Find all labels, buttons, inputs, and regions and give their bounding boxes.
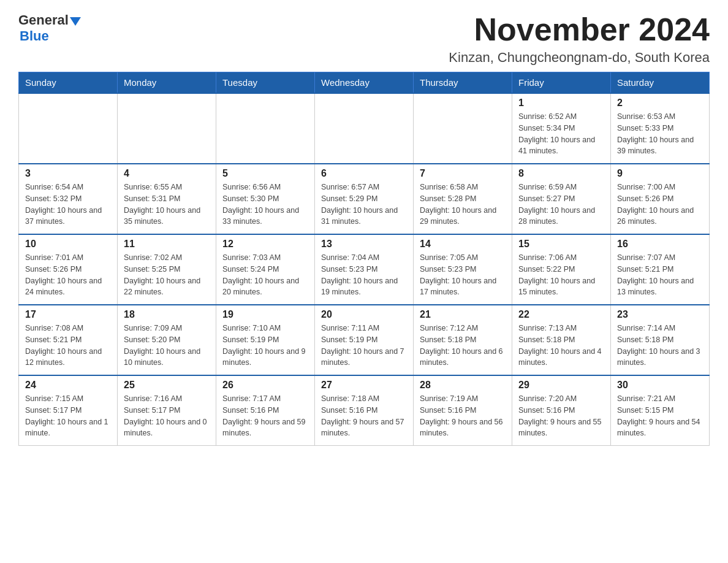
- calendar-cell: 15Sunrise: 7:06 AM Sunset: 5:22 PM Dayli…: [512, 234, 611, 305]
- day-number: 1: [518, 98, 604, 109]
- day-number: 2: [617, 98, 703, 109]
- day-info: Sunrise: 7:08 AM Sunset: 5:21 PM Dayligh…: [25, 323, 111, 369]
- day-info: Sunrise: 7:03 AM Sunset: 5:24 PM Dayligh…: [222, 252, 308, 298]
- calendar-cell: 10Sunrise: 7:01 AM Sunset: 5:26 PM Dayli…: [19, 234, 118, 305]
- day-number: 16: [617, 239, 703, 250]
- day-number: 30: [617, 380, 703, 391]
- calendar-cell: 9Sunrise: 7:00 AM Sunset: 5:26 PM Daylig…: [611, 164, 710, 234]
- calendar-cell: 26Sunrise: 7:17 AM Sunset: 5:16 PM Dayli…: [216, 375, 315, 446]
- calendar-day-header: Saturday: [611, 72, 710, 94]
- calendar-cell: 5Sunrise: 6:56 AM Sunset: 5:30 PM Daylig…: [216, 164, 315, 234]
- calendar-cell: 3Sunrise: 6:54 AM Sunset: 5:32 PM Daylig…: [19, 164, 118, 234]
- day-number: 20: [321, 309, 407, 320]
- calendar-week-row: 1Sunrise: 6:52 AM Sunset: 5:34 PM Daylig…: [19, 93, 710, 164]
- calendar-cell: [216, 93, 315, 164]
- day-number: 29: [518, 380, 604, 391]
- logo-triangle-icon: [70, 17, 81, 26]
- calendar-cell: 24Sunrise: 7:15 AM Sunset: 5:17 PM Dayli…: [19, 375, 118, 446]
- calendar-cell: 6Sunrise: 6:57 AM Sunset: 5:29 PM Daylig…: [315, 164, 414, 234]
- calendar-day-header: Friday: [512, 72, 611, 94]
- calendar-day-header: Wednesday: [315, 72, 414, 94]
- day-info: Sunrise: 7:20 AM Sunset: 5:16 PM Dayligh…: [518, 393, 604, 439]
- day-info: Sunrise: 6:55 AM Sunset: 5:31 PM Dayligh…: [124, 182, 210, 228]
- day-info: Sunrise: 7:15 AM Sunset: 5:17 PM Dayligh…: [25, 393, 111, 439]
- calendar-cell: 14Sunrise: 7:05 AM Sunset: 5:23 PM Dayli…: [414, 234, 512, 305]
- calendar-cell: 21Sunrise: 7:12 AM Sunset: 5:18 PM Dayli…: [414, 305, 512, 375]
- day-info: Sunrise: 7:05 AM Sunset: 5:23 PM Dayligh…: [420, 252, 506, 298]
- day-number: 14: [420, 239, 506, 250]
- day-info: Sunrise: 7:19 AM Sunset: 5:16 PM Dayligh…: [420, 393, 506, 439]
- calendar-week-row: 10Sunrise: 7:01 AM Sunset: 5:26 PM Dayli…: [19, 234, 710, 305]
- month-title: November 2024: [449, 12, 710, 47]
- calendar-cell: 20Sunrise: 7:11 AM Sunset: 5:19 PM Dayli…: [315, 305, 414, 375]
- calendar-day-header: Thursday: [414, 72, 512, 94]
- day-info: Sunrise: 6:53 AM Sunset: 5:33 PM Dayligh…: [617, 111, 703, 157]
- calendar-cell: 25Sunrise: 7:16 AM Sunset: 5:17 PM Dayli…: [118, 375, 216, 446]
- calendar-cell: 2Sunrise: 6:53 AM Sunset: 5:33 PM Daylig…: [611, 93, 710, 164]
- day-info: Sunrise: 7:10 AM Sunset: 5:19 PM Dayligh…: [222, 323, 308, 369]
- logo-general-text: General: [18, 12, 69, 28]
- day-info: Sunrise: 7:21 AM Sunset: 5:15 PM Dayligh…: [617, 393, 703, 439]
- calendar-cell: 23Sunrise: 7:14 AM Sunset: 5:18 PM Dayli…: [611, 305, 710, 375]
- day-number: 9: [617, 168, 703, 179]
- day-number: 19: [222, 309, 308, 320]
- day-info: Sunrise: 7:13 AM Sunset: 5:18 PM Dayligh…: [518, 323, 604, 369]
- day-number: 22: [518, 309, 604, 320]
- calendar-cell: 16Sunrise: 7:07 AM Sunset: 5:21 PM Dayli…: [611, 234, 710, 305]
- day-number: 24: [25, 380, 111, 391]
- calendar-cell: 7Sunrise: 6:58 AM Sunset: 5:28 PM Daylig…: [414, 164, 512, 234]
- day-info: Sunrise: 7:07 AM Sunset: 5:21 PM Dayligh…: [617, 252, 703, 298]
- calendar-day-header: Monday: [118, 72, 216, 94]
- day-number: 27: [321, 380, 407, 391]
- calendar-cell: 18Sunrise: 7:09 AM Sunset: 5:20 PM Dayli…: [118, 305, 216, 375]
- calendar-cell: 11Sunrise: 7:02 AM Sunset: 5:25 PM Dayli…: [118, 234, 216, 305]
- day-info: Sunrise: 6:58 AM Sunset: 5:28 PM Dayligh…: [420, 182, 506, 228]
- calendar-cell: [315, 93, 414, 164]
- day-number: 13: [321, 239, 407, 250]
- day-number: 21: [420, 309, 506, 320]
- calendar-week-row: 24Sunrise: 7:15 AM Sunset: 5:17 PM Dayli…: [19, 375, 710, 446]
- day-info: Sunrise: 7:18 AM Sunset: 5:16 PM Dayligh…: [321, 393, 407, 439]
- calendar-cell: [118, 93, 216, 164]
- day-info: Sunrise: 7:17 AM Sunset: 5:16 PM Dayligh…: [222, 393, 308, 439]
- day-info: Sunrise: 6:52 AM Sunset: 5:34 PM Dayligh…: [518, 111, 604, 157]
- day-number: 18: [124, 309, 210, 320]
- day-number: 17: [25, 309, 111, 320]
- day-info: Sunrise: 7:14 AM Sunset: 5:18 PM Dayligh…: [617, 323, 703, 369]
- day-info: Sunrise: 6:59 AM Sunset: 5:27 PM Dayligh…: [518, 182, 604, 228]
- day-info: Sunrise: 7:11 AM Sunset: 5:19 PM Dayligh…: [321, 323, 407, 369]
- calendar-cell: 4Sunrise: 6:55 AM Sunset: 5:31 PM Daylig…: [118, 164, 216, 234]
- day-number: 3: [25, 168, 111, 179]
- day-number: 4: [124, 168, 210, 179]
- day-info: Sunrise: 7:09 AM Sunset: 5:20 PM Dayligh…: [124, 323, 210, 369]
- day-number: 15: [518, 239, 604, 250]
- day-info: Sunrise: 6:56 AM Sunset: 5:30 PM Dayligh…: [222, 182, 308, 228]
- day-number: 5: [222, 168, 308, 179]
- title-area: November 2024 Kinzan, Chungcheongnam-do,…: [449, 12, 710, 66]
- calendar-cell: 13Sunrise: 7:04 AM Sunset: 5:23 PM Dayli…: [315, 234, 414, 305]
- day-info: Sunrise: 6:54 AM Sunset: 5:32 PM Dayligh…: [25, 182, 111, 228]
- day-number: 26: [222, 380, 308, 391]
- calendar-cell: 12Sunrise: 7:03 AM Sunset: 5:24 PM Dayli…: [216, 234, 315, 305]
- logo-blue-text: Blue: [20, 28, 81, 44]
- calendar-cell: 19Sunrise: 7:10 AM Sunset: 5:19 PM Dayli…: [216, 305, 315, 375]
- day-info: Sunrise: 7:04 AM Sunset: 5:23 PM Dayligh…: [321, 252, 407, 298]
- day-info: Sunrise: 7:02 AM Sunset: 5:25 PM Dayligh…: [124, 252, 210, 298]
- calendar-table: SundayMondayTuesdayWednesdayThursdayFrid…: [18, 72, 710, 446]
- day-info: Sunrise: 7:01 AM Sunset: 5:26 PM Dayligh…: [25, 252, 111, 298]
- logo: General Blue: [18, 12, 81, 44]
- calendar-cell: 8Sunrise: 6:59 AM Sunset: 5:27 PM Daylig…: [512, 164, 611, 234]
- day-number: 11: [124, 239, 210, 250]
- day-info: Sunrise: 7:00 AM Sunset: 5:26 PM Dayligh…: [617, 182, 703, 228]
- day-number: 23: [617, 309, 703, 320]
- day-number: 7: [420, 168, 506, 179]
- calendar-week-row: 3Sunrise: 6:54 AM Sunset: 5:32 PM Daylig…: [19, 164, 710, 234]
- day-number: 8: [518, 168, 604, 179]
- day-number: 10: [25, 239, 111, 250]
- calendar-cell: 28Sunrise: 7:19 AM Sunset: 5:16 PM Dayli…: [414, 375, 512, 446]
- day-number: 12: [222, 239, 308, 250]
- location-title: Kinzan, Chungcheongnam-do, South Korea: [449, 50, 710, 66]
- day-info: Sunrise: 7:16 AM Sunset: 5:17 PM Dayligh…: [124, 393, 210, 439]
- calendar-day-header: Sunday: [19, 72, 118, 94]
- calendar-cell: [19, 93, 118, 164]
